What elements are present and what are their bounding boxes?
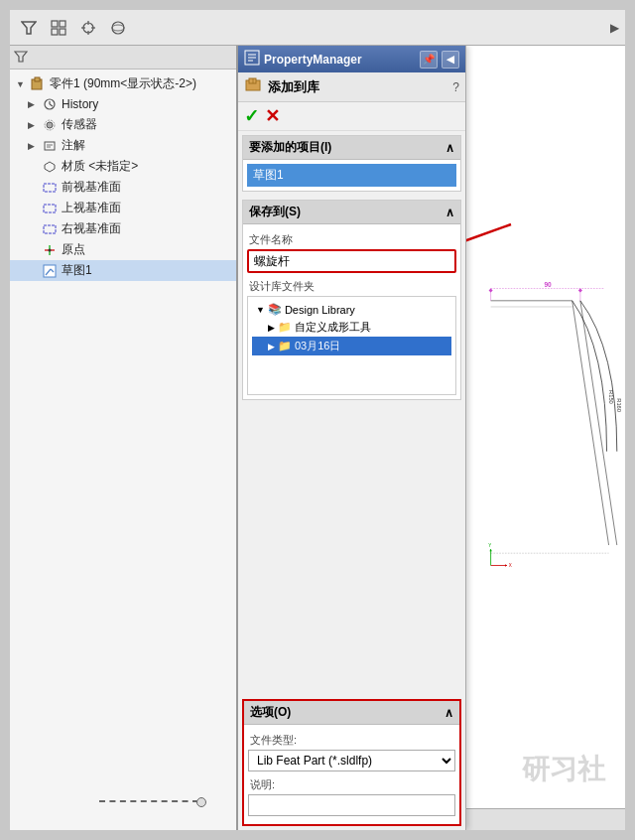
history-icon	[42, 96, 58, 112]
annotations-expand-arrow: ▶	[28, 141, 38, 151]
pm-options-content: 文件类型: Lib Feat Part (*.sldlfp) Part (*.s…	[244, 725, 459, 824]
canvas-svg: 90 R160 R150	[466, 46, 625, 808]
pm-add-items-header[interactable]: 要添加的项目(I) ∧	[243, 136, 460, 160]
pm-options-section: 选项(O) ∧ 文件类型: Lib Feat Part (*.sldlfp) P…	[242, 699, 461, 826]
custom-tools-icon: 📁	[278, 321, 292, 334]
pm-cancel-button[interactable]: ✕	[265, 105, 280, 127]
pm-folder-tree: ▼ 📚 Design Library ▶ 📁 自定义成形工具	[247, 296, 456, 395]
tree-item-right[interactable]: ▶ 右视基准面	[10, 218, 236, 239]
pm-filename-input[interactable]	[247, 249, 456, 273]
svg-marker-51	[578, 289, 582, 293]
pm-folder-label: 设计库文件夹	[247, 279, 456, 294]
sensors-label: 传感器	[62, 116, 97, 133]
svg-rect-3	[52, 29, 58, 35]
annotations-label: 注解	[62, 137, 85, 154]
pm-confirm-button[interactable]: ✓	[244, 105, 259, 127]
svg-line-42	[580, 301, 617, 545]
svg-rect-24	[44, 184, 56, 192]
right-plane-icon	[42, 221, 58, 237]
filter-icon[interactable]	[16, 15, 42, 41]
pm-description-label: 说明:	[248, 777, 455, 792]
pm-subheader: 添加到库 ?	[238, 72, 465, 102]
march16-label: 03月16日	[295, 339, 340, 353]
pm-options-header[interactable]: 选项(O) ∧	[244, 701, 459, 725]
svg-point-29	[49, 248, 52, 251]
tree-item-sketch1[interactable]: ▶ 草图1	[10, 260, 236, 281]
pm-help-icon[interactable]: ?	[452, 80, 459, 94]
pm-add-items-title: 要添加的项目(I)	[249, 139, 331, 156]
pm-header: PropertyManager 📌 ◀	[238, 46, 465, 72]
pm-add-item-sketch1[interactable]: 草图1	[247, 164, 456, 187]
tree-item-history[interactable]: ▶ History	[10, 94, 236, 114]
right-plane-label: 右视基准面	[62, 220, 121, 237]
pm-folder-design-library[interactable]: ▼ 📚 Design Library	[252, 301, 451, 318]
content-area: ▼ 零件1 (90mm<显示状态-2>) ▶	[10, 46, 625, 830]
svg-rect-2	[60, 21, 65, 27]
svg-point-11	[112, 25, 124, 31]
pm-icon	[244, 50, 260, 69]
pm-add-items-content: 草图1	[243, 160, 460, 191]
root-label: 零件1 (90mm<显示状态-2>)	[50, 75, 196, 92]
svg-text:R150: R150	[608, 390, 614, 404]
part-icon	[30, 76, 46, 92]
root-expand-arrow: ▼	[16, 79, 26, 89]
svg-rect-14	[35, 77, 40, 81]
tree-item-material[interactable]: ▶ 材质 <未指定>	[10, 156, 236, 177]
main-toolbar: ▶	[10, 10, 625, 46]
coord-bar	[466, 808, 625, 830]
feature-tree: ▼ 零件1 (90mm<显示状态-2>) ▶	[10, 70, 236, 830]
svg-marker-54	[505, 564, 507, 566]
svg-rect-25	[44, 205, 56, 212]
svg-text:Y: Y	[488, 543, 491, 548]
material-label: 材质 <未指定>	[62, 158, 138, 175]
svg-rect-1	[52, 21, 58, 27]
pm-filetype-label: 文件类型:	[248, 733, 455, 748]
history-expand-arrow: ▶	[28, 99, 38, 109]
tree-item-annotations[interactable]: ▶ 注解	[10, 135, 236, 156]
design-library-expand: ▼	[256, 305, 265, 315]
sphere-icon[interactable]	[105, 15, 131, 41]
march16-icon: 📁	[278, 340, 292, 352]
pm-pin-icon[interactable]: 📌	[420, 51, 438, 69]
pm-save-to-section: 保存到(S) ∧ 文件名称 设计库文件夹 ▼ 📚	[242, 200, 461, 400]
tree-root-item[interactable]: ▼ 零件1 (90mm<显示状态-2>)	[10, 73, 236, 94]
pm-filename-label: 文件名称	[247, 232, 456, 247]
history-label: History	[62, 97, 98, 111]
pm-close-icon[interactable]: ◀	[442, 51, 459, 69]
top-plane-label: 上视基准面	[62, 200, 121, 216]
tree-filter-icon[interactable]	[14, 50, 28, 66]
front-plane-icon	[42, 180, 58, 196]
svg-rect-38	[249, 78, 256, 83]
tree-item-top[interactable]: ▶ 上视基准面	[10, 198, 236, 218]
pm-save-to-header[interactable]: 保存到(S) ∧	[243, 201, 460, 224]
march16-expand: ▶	[268, 342, 275, 351]
svg-rect-26	[44, 225, 56, 233]
tree-toolbar	[10, 46, 236, 70]
svg-line-17	[50, 104, 53, 106]
pm-filetype-select[interactable]: Lib Feat Part (*.sldlfp) Part (*.sldprt)	[248, 750, 455, 771]
grid-icon[interactable]	[46, 15, 71, 41]
pm-add-items-collapse: ∧	[445, 141, 454, 155]
pm-folder-custom-tools[interactable]: ▶ 📁 自定义成形工具	[252, 318, 451, 337]
svg-text:X: X	[509, 563, 512, 568]
pm-save-to-collapse: ∧	[445, 206, 454, 219]
svg-point-18	[47, 122, 53, 128]
annotations-icon	[42, 138, 58, 154]
svg-marker-56	[489, 549, 491, 551]
pm-folder-march16[interactable]: ▶ 📁 03月16日	[252, 337, 451, 355]
crosshair-icon[interactable]	[75, 15, 101, 41]
svg-marker-50	[489, 289, 493, 293]
tree-item-origin[interactable]: ▶ 原点	[10, 239, 236, 260]
svg-rect-4	[60, 29, 65, 35]
pm-title: PropertyManager	[264, 53, 362, 67]
front-plane-label: 前视基准面	[62, 179, 121, 196]
toolbar-expand-arrow[interactable]: ▶	[610, 21, 619, 35]
sensors-expand-arrow: ▶	[28, 120, 38, 130]
pm-lib-icon	[244, 76, 262, 97]
pm-subtitle-text: 添加到库	[268, 78, 319, 96]
tree-item-front[interactable]: ▶ 前视基准面	[10, 177, 236, 198]
sketch1-label: 草图1	[62, 262, 92, 279]
pm-description-input[interactable]	[248, 794, 455, 816]
tree-item-sensors[interactable]: ▶ 传感器	[10, 114, 236, 135]
svg-point-10	[112, 22, 124, 34]
